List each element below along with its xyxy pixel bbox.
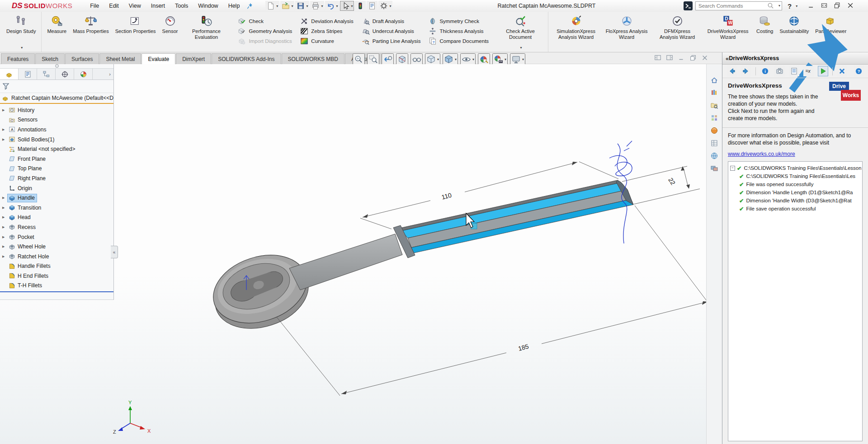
- print-button[interactable]: ▾: [310, 1, 324, 11]
- tab-features[interactable]: Features: [1, 53, 35, 64]
- feature-row-core[interactable]: AAnnotations: [8, 126, 48, 133]
- costing-button[interactable]: Costing: [753, 12, 776, 51]
- search-magnifier-icon[interactable]: [767, 2, 774, 9]
- measure-button[interactable]: Measure: [44, 12, 70, 51]
- step-item[interactable]: −✔C:\SOLIDWORKS Training Files\Essential…: [729, 164, 861, 172]
- minimize-document-button[interactable]: [678, 54, 685, 63]
- propertymanager-tab[interactable]: [19, 69, 37, 79]
- feature-annotations[interactable]: ▶AAnnotations: [0, 125, 113, 135]
- select-button[interactable]: ▾: [340, 1, 354, 11]
- section-properties-button[interactable]: Section Properties: [112, 12, 159, 51]
- undo-button[interactable]: ▾: [325, 1, 339, 11]
- ratchet-handle-highlighted[interactable]: [393, 180, 633, 258]
- feature-row-core[interactable]: Transition: [8, 204, 43, 211]
- feature-row-core[interactable]: Handle Fillets: [8, 262, 52, 270]
- variables-button[interactable]: =x: [803, 66, 814, 76]
- feature-row-core[interactable]: Right Plane: [8, 174, 47, 182]
- floxpress-analysis-wizard-button[interactable]: FloXpress Analysis Wizard: [601, 12, 652, 51]
- zebra-stripes-button[interactable]: Zebra Stripes: [298, 26, 355, 36]
- deviation-analysis-button[interactable]: Deviation Analysis: [298, 16, 355, 26]
- displaymanager-tab[interactable]: [74, 69, 93, 79]
- tab-surfaces[interactable]: Surfaces: [65, 53, 99, 64]
- feature-tree-root[interactable]: Ratchet Captain McAwesome (Default<<D: [0, 93, 113, 103]
- sensor-button[interactable]: Sensor: [159, 12, 181, 51]
- hide-show-items-dropdown-icon[interactable]: ▾: [472, 57, 474, 61]
- expand-arrow-icon[interactable]: ▶: [2, 108, 8, 112]
- feature-row-core[interactable]: Front Plane: [8, 155, 47, 163]
- options-button[interactable]: ▾: [378, 1, 392, 11]
- select-dropdown-icon[interactable]: ▾: [351, 4, 353, 8]
- simulationxpress-analysis-wizard-button[interactable]: SimulationXpress Analysis Wizard: [551, 12, 601, 51]
- apply-scene-button[interactable]: ▾: [492, 53, 508, 65]
- collapse-ribbon-button[interactable]: [821, 2, 828, 10]
- dimension-185-value[interactable]: 185: [517, 342, 529, 352]
- help-button[interactable]: ?: [854, 66, 864, 76]
- feature-row-core[interactable]: Recess: [8, 223, 38, 231]
- performance-evaluation-button[interactable]: Performance Evaluation: [181, 12, 231, 51]
- graphics-viewport[interactable]: 110 22 185: [0, 64, 722, 444]
- view-orientation-dropdown-icon[interactable]: ▾: [437, 57, 439, 61]
- draft-analysis-button[interactable]: Draft Analysis: [360, 16, 423, 26]
- ratchet-head[interactable]: [204, 244, 317, 340]
- open-document-dropdown-icon[interactable]: ▾: [291, 4, 293, 8]
- help-dropdown-icon[interactable]: ▾: [796, 4, 797, 8]
- new-document-dropdown-icon[interactable]: ▾: [276, 4, 278, 8]
- feature-t-h-fillets[interactable]: T-H Fillets: [0, 281, 113, 291]
- check-button[interactable]: Check: [236, 16, 294, 26]
- feature-handle[interactable]: ▶Handle: [0, 193, 113, 203]
- dimension-22[interactable]: 22: [622, 166, 700, 204]
- minimize-button[interactable]: [807, 2, 815, 10]
- feature-row-core[interactable]: Sensors: [8, 116, 39, 124]
- close-button[interactable]: [847, 2, 854, 10]
- options-dropdown-icon[interactable]: ▾: [389, 4, 391, 8]
- feature-row-core[interactable]: Pocket: [8, 233, 36, 241]
- feature-row-core[interactable]: Top Plane: [8, 165, 43, 173]
- tile-left-button[interactable]: [654, 54, 661, 63]
- undo-dropdown-icon[interactable]: ▾: [336, 4, 338, 8]
- feature-front-plane[interactable]: Front Plane: [0, 154, 113, 164]
- feature-material-not-specified[interactable]: Material <not specified>: [0, 144, 113, 154]
- feature-row-core[interactable]: Origin: [8, 184, 34, 192]
- menu-help[interactable]: Help: [223, 1, 245, 11]
- solidworks-resources-tab[interactable]: [708, 74, 721, 86]
- search-dropdown-icon[interactable]: ▾: [778, 4, 780, 8]
- step-item[interactable]: ✔File save operation successful: [729, 205, 861, 213]
- feature-solid-bodies-1[interactable]: ▶Solid Bodies(1): [0, 135, 113, 145]
- feature-ratchet-hole[interactable]: ▶Ratchet Hole: [0, 252, 113, 262]
- feature-row-core[interactable]: Wheel Hole: [8, 243, 47, 251]
- feature-recess[interactable]: ▶Recess: [0, 222, 113, 232]
- solidworks-forum-tab[interactable]: [708, 150, 721, 162]
- information-button[interactable]: i: [760, 66, 770, 76]
- dimension-110-value[interactable]: 110: [441, 192, 453, 201]
- panel-splitter-handle[interactable]: [0, 64, 113, 68]
- zoom-to-fit-button[interactable]: [353, 53, 365, 65]
- print-dropdown-icon[interactable]: ▾: [321, 4, 323, 8]
- feature-right-plane[interactable]: Right Plane: [0, 173, 113, 183]
- close-button[interactable]: [837, 66, 847, 76]
- undercut-analysis-button[interactable]: Undercut Analysis: [360, 26, 423, 36]
- file-properties-button[interactable]: [367, 1, 377, 11]
- feature-handle-fillets[interactable]: Handle Fillets: [0, 262, 113, 271]
- expand-arrow-icon[interactable]: ▶: [2, 235, 8, 239]
- hide-show-items-button[interactable]: ▾: [460, 53, 476, 65]
- design-library-tab[interactable]: [708, 87, 721, 98]
- restore-button[interactable]: [834, 2, 841, 10]
- pin-menu-icon[interactable]: [246, 2, 254, 9]
- feature-pocket[interactable]: ▶Pocket: [0, 232, 113, 242]
- feature-head[interactable]: ▶Head: [0, 213, 113, 223]
- tab-solidworks-mbd[interactable]: SOLIDWORKS MBD: [282, 53, 344, 64]
- view-orientation-button[interactable]: ▾: [425, 53, 440, 65]
- menu-tools[interactable]: Tools: [170, 1, 193, 11]
- mass-properties-button[interactable]: Mass Properties: [70, 12, 112, 51]
- feature-sensors[interactable]: Sensors: [0, 115, 113, 125]
- expand-arrow-icon[interactable]: ▶: [2, 215, 8, 219]
- step-item[interactable]: ✔C:\SOLIDWORKS Training Files\Essentials…: [729, 172, 861, 180]
- rebuild-button[interactable]: [355, 1, 366, 11]
- step-item[interactable]: ✔Dimension 'Handle Width (D3@Sketch1@Rat: [729, 196, 861, 205]
- file-explorer-tab[interactable]: [708, 99, 721, 111]
- symmetry-check-button[interactable]: Symmetry Check: [427, 16, 491, 26]
- save-button[interactable]: ▾: [295, 1, 309, 11]
- tab-dimxpert[interactable]: DimXpert: [176, 53, 211, 64]
- section-view-button[interactable]: [396, 53, 408, 65]
- tab-evaluate[interactable]: Evaluate: [142, 53, 175, 64]
